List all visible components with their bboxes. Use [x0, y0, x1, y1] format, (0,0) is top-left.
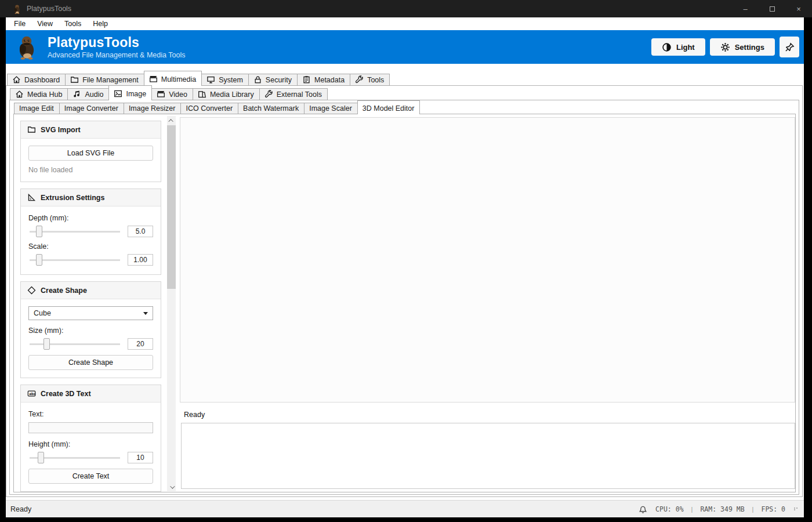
tab-audio[interactable]: Audio	[67, 88, 109, 100]
slider-track	[30, 259, 120, 261]
app-header: PlatypusTools Advanced File Management &…	[6, 30, 804, 64]
model-viewport-canvas[interactable]	[180, 117, 795, 403]
scale-slider[interactable]	[28, 254, 121, 266]
titlebar[interactable]: PlatypusTools – ×	[0, 0, 812, 17]
gear-icon	[720, 42, 730, 52]
wrench-icon	[264, 90, 273, 99]
tab-image[interactable]: Image	[108, 85, 152, 100]
tab-multimedia[interactable]: Multimedia	[144, 71, 202, 86]
image-icon	[114, 89, 122, 98]
statusbar-separator: |	[752, 506, 754, 513]
tab-tools[interactable]: Tools	[350, 74, 390, 86]
statusbar-separator: |	[691, 506, 693, 513]
tab-file-management[interactable]: File Management	[65, 74, 144, 86]
resize-grip[interactable]	[794, 507, 798, 510]
scrollbar-thumb[interactable]	[167, 125, 176, 289]
home-icon	[12, 75, 21, 84]
menu-help[interactable]: Help	[87, 17, 114, 30]
settings-button[interactable]: Settings	[710, 38, 775, 56]
slider-thumb[interactable]	[36, 226, 42, 237]
tab-media-library[interactable]: Media Library	[193, 88, 260, 100]
app-icon	[12, 4, 22, 14]
height-slider[interactable]	[28, 452, 121, 463]
tab-batch-watermark[interactable]: Batch Watermark	[238, 103, 304, 114]
scroll-down-button[interactable]	[167, 483, 176, 491]
clapperboard-icon	[149, 75, 158, 84]
depth-slider[interactable]	[28, 226, 121, 237]
tab-image-converter[interactable]: Image Converter	[59, 103, 124, 114]
load-svg-button[interactable]: Load SVG File	[28, 146, 153, 161]
depth-value: 5.0	[128, 226, 153, 237]
ruler-icon	[27, 193, 36, 202]
statusbar-status: Ready	[10, 505, 31, 513]
pushpin-icon	[785, 42, 795, 52]
minimize-button[interactable]: –	[732, 0, 759, 17]
create-shape-button[interactable]: Create Shape	[28, 355, 153, 370]
clapperboard-icon	[157, 90, 165, 99]
ram-usage: RAM: 349 MB	[700, 505, 744, 513]
log-output-box[interactable]	[181, 423, 795, 489]
scroll-up-button[interactable]	[167, 116, 176, 125]
maximize-icon	[770, 6, 775, 12]
app-window: File View Tools Help PlatypusTools Advan…	[6, 17, 804, 517]
app-title: PlatypusTools	[48, 35, 185, 50]
main-tab-bar: Dashboard File Management Multimedia Sys…	[7, 71, 390, 86]
maximize-button[interactable]	[759, 0, 785, 17]
theme-toggle-button[interactable]: Light	[651, 38, 705, 56]
tab-metadata[interactable]: Metadata	[297, 74, 350, 86]
home-icon	[15, 90, 24, 99]
extrusion-settings-panel: Extrusion Settings Depth (mm): 5.0 Scale…	[20, 188, 161, 275]
extrusion-settings-header: Extrusion Settings	[21, 189, 161, 206]
text-box-icon	[27, 389, 36, 398]
tab-3d-model-editor[interactable]: 3D Model Editor	[357, 100, 420, 114]
menubar: File View Tools Help	[6, 17, 804, 30]
menu-view[interactable]: View	[31, 17, 59, 30]
wrench-icon	[355, 75, 364, 84]
text-input[interactable]	[28, 422, 153, 433]
tab-system[interactable]: System	[201, 74, 249, 86]
tab-image-resizer[interactable]: Image Resizer	[124, 103, 182, 114]
bell-icon[interactable]	[638, 504, 648, 514]
tab-media-hub[interactable]: Media Hub	[10, 88, 68, 100]
theme-button-label: Light	[676, 43, 695, 52]
tab-security[interactable]: Security	[248, 74, 298, 86]
clipboard-icon	[302, 75, 311, 84]
shape-select-value: Cube	[34, 309, 51, 317]
chevron-up-icon	[168, 119, 173, 124]
sidebar-scrollbar[interactable]	[167, 116, 176, 491]
slider-thumb[interactable]	[36, 254, 42, 266]
library-icon	[198, 90, 206, 99]
slider-track	[30, 231, 120, 233]
slider-thumb[interactable]	[38, 452, 44, 463]
create-text-button[interactable]: Create Text	[28, 469, 153, 484]
lock-icon	[253, 75, 262, 84]
menu-file[interactable]: File	[8, 17, 31, 30]
tab-image-edit[interactable]: Image Edit	[14, 103, 60, 114]
tab-dashboard[interactable]: Dashboard	[7, 74, 66, 86]
viewport-status-text: Ready	[184, 411, 205, 419]
depth-label: Depth (mm):	[28, 214, 153, 222]
scale-label: Scale:	[28, 242, 153, 251]
text-label: Text:	[28, 410, 153, 418]
diamond-icon	[27, 286, 36, 295]
fps-counter: FPS: 0	[761, 505, 785, 513]
cpu-usage: CPU: 0%	[655, 505, 683, 513]
close-button[interactable]: ×	[785, 0, 812, 17]
pin-button[interactable]	[780, 37, 799, 57]
svg-import-header: SVG Import	[21, 121, 161, 139]
tab-ico-converter[interactable]: ICO Converter	[180, 103, 238, 114]
slider-thumb[interactable]	[44, 338, 50, 350]
music-note-icon	[72, 90, 81, 99]
tab-image-scaler[interactable]: Image Scaler	[304, 103, 358, 114]
settings-button-label: Settings	[735, 43, 764, 52]
shape-select[interactable]: Cube	[28, 306, 153, 320]
scale-value: 1.00	[128, 254, 153, 266]
menu-tools[interactable]: Tools	[59, 17, 87, 30]
tab-external-tools[interactable]: External Tools	[259, 88, 328, 100]
tab-video[interactable]: Video	[151, 88, 193, 100]
svg-file-status: No file loaded	[28, 166, 153, 174]
size-slider[interactable]	[28, 338, 121, 350]
folder-icon	[27, 125, 36, 134]
image-tab-bar: Image Edit Image Converter Image Resizer…	[14, 100, 420, 114]
chevron-down-icon	[143, 312, 148, 315]
